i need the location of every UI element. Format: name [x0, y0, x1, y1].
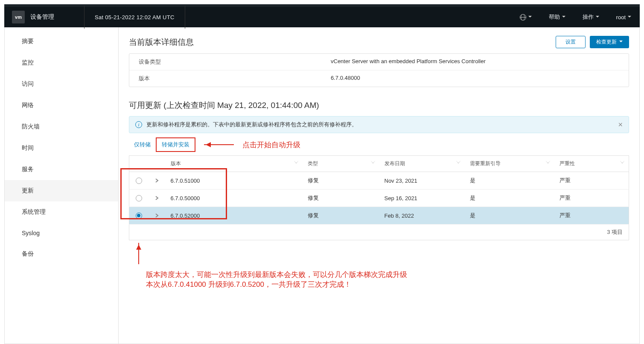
- globe-icon: [520, 14, 526, 20]
- sidebar-item-backup[interactable]: 备份: [5, 243, 118, 265]
- cell-severity: 严重: [554, 207, 629, 224]
- datetime-display: Sat 05-21-2022 12:02 AM UTC: [84, 6, 185, 29]
- chevron-down-icon: [562, 14, 565, 20]
- annotation-click-hint: 点击开始自动升级: [242, 140, 300, 150]
- cell-date: Nov 23, 2021: [379, 172, 465, 189]
- vmware-logo: vm: [12, 11, 25, 23]
- sidebar-item-time[interactable]: 时间: [5, 137, 118, 159]
- cell-version: 6.7.0.50000: [166, 189, 303, 207]
- cell-version: 6.7.0.51000: [166, 172, 303, 189]
- sidebar-item-network[interactable]: 网络: [5, 95, 118, 116]
- filter-icon[interactable]: [294, 161, 298, 166]
- filter-icon[interactable]: [371, 161, 375, 166]
- detail-label-type: 设备类型: [139, 58, 331, 66]
- stage-only-link[interactable]: 仅转储: [129, 138, 156, 151]
- annotation-note-1: 版本跨度太大，可能一次性升级到最新版本会失败，可以分几个版本梯次完成升级: [146, 270, 629, 280]
- version-details-box: 设备类型 vCenter Server with an embedded Pla…: [129, 53, 629, 87]
- filter-icon[interactable]: [620, 161, 624, 166]
- chevron-down-icon: [628, 14, 631, 20]
- cell-severity: 严重: [554, 189, 629, 207]
- col-date[interactable]: 发布日期: [379, 156, 465, 172]
- sidebar-item-services[interactable]: 服务: [5, 159, 118, 180]
- radio-select[interactable]: [136, 213, 142, 219]
- cell-type: 修复: [303, 207, 379, 224]
- chevron-right-icon[interactable]: [155, 178, 159, 184]
- user-menu[interactable]: root: [616, 14, 631, 20]
- chevron-right-icon[interactable]: [155, 213, 159, 219]
- cell-version: 6.7.0.52000: [166, 207, 303, 224]
- sidebar-item-firewall[interactable]: 防火墙: [5, 116, 118, 137]
- radio-select[interactable]: [136, 195, 142, 201]
- actions-label: 操作: [583, 13, 594, 21]
- col-type[interactable]: 类型: [303, 156, 379, 172]
- filter-icon[interactable]: [456, 161, 460, 166]
- language-menu[interactable]: [520, 14, 532, 20]
- annotation-note-2: 本次从6.7.0.41000 升级到6.7.0.5200，一共升级了三次才完成！: [146, 280, 629, 289]
- cell-severity: 严重: [554, 172, 629, 189]
- sidebar-item-syslog[interactable]: Syslog: [5, 223, 118, 243]
- col-reboot[interactable]: 需要重新引导: [465, 156, 554, 172]
- available-updates-title: 可用更新 (上次检查时间 May 21, 2022, 01:44:00 AM): [129, 100, 629, 111]
- check-updates-button[interactable]: 检查更新: [590, 36, 629, 48]
- col-version[interactable]: 版本: [166, 156, 303, 172]
- sidebar-item-update[interactable]: 更新: [5, 180, 118, 201]
- detail-value-version: 6.7.0.48000: [331, 75, 360, 82]
- cell-type: 修复: [303, 172, 379, 189]
- version-details-title: 当前版本详细信息: [129, 37, 194, 48]
- sidebar-item-access[interactable]: 访问: [5, 73, 118, 95]
- info-alert: i 更新和修补程序是累积的。下表中的最新更新或修补程序将包含之前的所有修补程序。…: [129, 116, 629, 133]
- table-row[interactable]: 6.7.0.52000 修复 Feb 8, 2022 是 严重: [129, 207, 629, 224]
- chevron-down-icon: [528, 14, 532, 20]
- table-row[interactable]: 6.7.0.51000 修复 Nov 23, 2021 是 严重: [129, 172, 629, 189]
- alert-text: 更新和修补程序是累积的。下表中的最新更新或修补程序将包含之前的所有修补程序。: [146, 121, 357, 128]
- sidebar: 摘要 监控 访问 网络 防火墙 时间 服务 更新 系统管理 Syslog 备份: [5, 27, 119, 344]
- chevron-down-icon: [619, 39, 623, 45]
- info-icon: i: [135, 121, 142, 128]
- cell-date: Feb 8, 2022: [379, 207, 465, 224]
- settings-button[interactable]: 设置: [556, 36, 586, 48]
- updates-table: 版本 类型 发布日期 需要重新引导 严重性 6.7.0.51000 修复 Nov…: [129, 155, 629, 224]
- annotation-arrow-icon: [138, 243, 139, 264]
- annotation-arrow-icon: [204, 144, 234, 145]
- cell-reboot: 是: [465, 207, 554, 224]
- cell-reboot: 是: [465, 172, 554, 189]
- chevron-down-icon: [596, 14, 599, 20]
- chevron-right-icon[interactable]: [155, 195, 159, 201]
- stage-install-link[interactable]: 转储并安装: [156, 137, 195, 152]
- user-label: root: [616, 14, 626, 20]
- sidebar-item-summary[interactable]: 摘要: [5, 31, 118, 52]
- close-icon[interactable]: ×: [618, 121, 623, 128]
- sidebar-item-admin[interactable]: 系统管理: [5, 201, 118, 223]
- detail-label-version: 版本: [139, 75, 331, 82]
- cell-type: 修复: [303, 189, 379, 207]
- table-footer: 3 项目: [129, 224, 629, 240]
- table-row[interactable]: 6.7.0.50000 修复 Sep 16, 2021 是 严重: [129, 189, 629, 207]
- col-severity[interactable]: 严重性: [554, 156, 629, 172]
- detail-value-type: vCenter Server with an embedded Platform…: [331, 58, 486, 66]
- check-updates-label: 检查更新: [596, 38, 617, 46]
- main-content: 当前版本详细信息 设置 检查更新 设备类型 vCenter Server wit…: [119, 27, 639, 344]
- top-bar: vm 设备管理 Sat 05-21-2022 12:02 AM UTC 帮助 操…: [4, 4, 640, 27]
- app-title: 设备管理: [30, 13, 54, 21]
- help-menu[interactable]: 帮助: [549, 13, 565, 21]
- cell-reboot: 是: [465, 189, 554, 207]
- cell-date: Sep 16, 2021: [379, 189, 465, 207]
- actions-menu[interactable]: 操作: [583, 13, 599, 21]
- sidebar-item-monitor[interactable]: 监控: [5, 52, 118, 73]
- help-label: 帮助: [549, 13, 560, 21]
- radio-select[interactable]: [136, 178, 142, 184]
- filter-icon[interactable]: [546, 161, 550, 166]
